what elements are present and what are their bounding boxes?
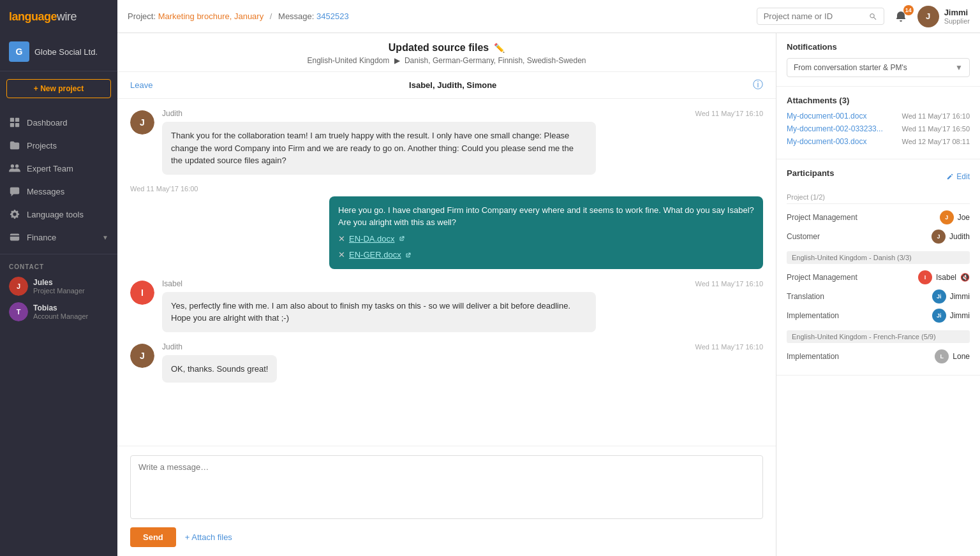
msg-bubble: OK, thanks. Sounds great! <box>162 355 277 383</box>
logo-text: languagewire <box>9 10 77 23</box>
breadcrumb: Project: Marketing brochure, January / M… <box>128 11 757 21</box>
message-body: Wed 11 May'17 16:00 Here you go. I have … <box>130 185 763 269</box>
msg-bubble: Yes, perfectly fine with me. I am also a… <box>162 292 596 332</box>
sidebar-item-label: Dashboard <box>27 118 68 128</box>
attachment-item: My-document-002-033233... Wed 11 May'17 … <box>787 124 970 133</box>
company-section: G Globe Social Ltd. <box>0 34 117 71</box>
messages-area[interactable]: J Judith Wed 11 May'17 16:10 Thank you f… <box>117 99 776 446</box>
message-group: J Judith Wed 11 May'17 16:10 OK, thanks.… <box>130 342 763 383</box>
sidebar-item-dashboard[interactable]: Dashboard <box>0 111 117 134</box>
msg-sender: Isabel <box>162 279 182 288</box>
edit-title-icon[interactable]: ✏️ <box>494 43 505 53</box>
msg-bubble: Thank you for the collaboration team! I … <box>162 122 596 175</box>
folder-icon <box>9 140 20 151</box>
participant-name: Jimmi <box>950 292 970 301</box>
search-box[interactable] <box>757 8 884 25</box>
contact-role-jules: Project Manager <box>33 287 85 295</box>
participants-title: Participants <box>787 168 834 178</box>
avatar: J <box>130 344 154 368</box>
participant-role: Project Management <box>787 213 858 222</box>
msg-sender: Judith <box>162 109 182 118</box>
attachment-link[interactable]: My-document-002-033233... <box>787 124 883 133</box>
finance-icon <box>9 231 20 243</box>
message-group: J Judith Wed 11 May'17 16:10 Thank you f… <box>130 109 763 175</box>
send-button[interactable]: Send <box>130 527 176 547</box>
sidebar: languagewire G Globe Social Ltd. + New p… <box>0 0 117 556</box>
participant-avatar: L <box>935 349 949 363</box>
msg-bubble-teal: Here you go. I have changed Firm into Co… <box>329 196 763 269</box>
contact-label: CONTACT <box>9 263 108 270</box>
contact-tobias[interactable]: T Tobias Account Manager <box>9 302 108 321</box>
message-group: Wed 11 May'17 16:00 Here you go. I have … <box>130 185 763 269</box>
chat-subtitle: English-United Kingdom ▶ Danish, German-… <box>130 56 763 65</box>
participant-name: Lone <box>953 352 970 361</box>
search-input[interactable] <box>764 11 865 21</box>
logo: languagewire <box>0 0 117 34</box>
leave-button[interactable]: Leave <box>130 80 152 90</box>
attach-files-button[interactable]: + Attach files <box>185 532 232 542</box>
sidebar-item-label: Finance <box>27 233 56 242</box>
edit-participants-button[interactable]: Edit <box>946 172 970 181</box>
message-label: Message: <box>278 11 314 21</box>
sidebar-item-projects[interactable]: Projects <box>0 134 117 157</box>
company-icon: G <box>9 41 29 62</box>
participant-avatar: J <box>932 230 946 244</box>
project-link[interactable]: Marketing brochure, January <box>158 11 264 21</box>
participant-avatar: Ji <box>932 309 946 323</box>
msg-sender: Judith <box>162 342 182 351</box>
message-group: I Isabel Wed 11 May'17 16:10 Yes, perfec… <box>130 279 763 332</box>
avatar-tobias: T <box>9 302 28 321</box>
participant-row: Implementation Ji Jimmi <box>787 306 970 325</box>
participant-avatar: I <box>918 270 932 284</box>
user-name: Jimmi <box>944 8 970 17</box>
participant-row: Implementation L Lone <box>787 347 970 366</box>
contact-jules[interactable]: J Jules Project Manager <box>9 277 108 296</box>
msg-time: Wed 11 May'17 16:10 <box>695 343 763 351</box>
sidebar-item-expert-team[interactable]: Expert Team <box>0 157 117 180</box>
user-role: Supplier <box>944 17 970 25</box>
content-area: Updated source files ✏️ English-United K… <box>117 33 980 556</box>
new-project-button[interactable]: + New project <box>6 79 111 98</box>
language-group-french: English-United Kingdom - French-France (… <box>787 330 970 366</box>
tools-icon <box>9 208 20 220</box>
external-link-icon <box>405 252 412 258</box>
attachments-title: Attachments (3) <box>787 96 970 105</box>
language-group-danish: English-United Kingdom - Danish (3/3) Pr… <box>787 251 970 325</box>
attachment-link[interactable]: My-document-003.docx <box>787 137 866 146</box>
info-button[interactable]: ⓘ <box>753 78 763 92</box>
chat-title: Updated source files ✏️ <box>130 42 763 54</box>
participant-row: Project Management J Joe <box>787 208 970 227</box>
participants-display: Isabel, Judith, Simone <box>409 80 496 90</box>
sidebar-item-messages[interactable]: Messages <box>0 180 117 203</box>
avatar: J <box>130 110 154 135</box>
attachment-item: My-document-001.docx Wed 11 May'17 16:10 <box>787 112 970 121</box>
search-icon <box>869 12 877 21</box>
attachment-link[interactable]: My-document-001.docx <box>787 112 866 121</box>
attachment-row: ✕ EN-DA.docx <box>338 233 754 245</box>
sidebar-item-label: Messages <box>27 187 64 196</box>
attachment-date: Wed 11 May'17 16:50 <box>902 125 970 133</box>
project-group-label: Project (1/2) <box>787 191 970 204</box>
chat-icon <box>9 186 20 197</box>
right-panel: Notifications From conversation starter … <box>776 33 980 556</box>
message-body: Isabel Wed 11 May'17 16:10 Yes, perfectl… <box>162 279 763 332</box>
chat-header: Updated source files ✏️ English-United K… <box>117 33 776 72</box>
grid-icon <box>9 117 20 128</box>
msg-time: Wed 11 May'17 16:10 <box>695 110 763 117</box>
participant-name: Jimmi <box>950 311 970 320</box>
svg-rect-0 <box>10 118 14 122</box>
sidebar-item-finance[interactable]: Finance ▼ <box>0 226 117 249</box>
message-input[interactable] <box>130 455 763 519</box>
message-body: Judith Wed 11 May'17 16:10 Thank you for… <box>162 109 763 175</box>
people-icon <box>9 163 20 174</box>
svg-rect-3 <box>15 123 19 127</box>
attachment-link[interactable]: EN-GER.docx <box>349 249 401 261</box>
notifications-dropdown[interactable]: From conversation starter & PM's ▼ <box>787 58 970 77</box>
participants-section: Participants Edit Project (1/2) Project … <box>776 159 980 376</box>
sidebar-item-language-tools[interactable]: Language tools <box>0 203 117 226</box>
message-id[interactable]: 3452523 <box>316 11 349 21</box>
participant-row: Customer J Judith <box>787 227 970 246</box>
attachment-link[interactable]: EN-DA.docx <box>349 233 395 245</box>
participant-role: Implementation <box>787 352 839 361</box>
notifications-button[interactable]: 14 <box>892 8 910 26</box>
